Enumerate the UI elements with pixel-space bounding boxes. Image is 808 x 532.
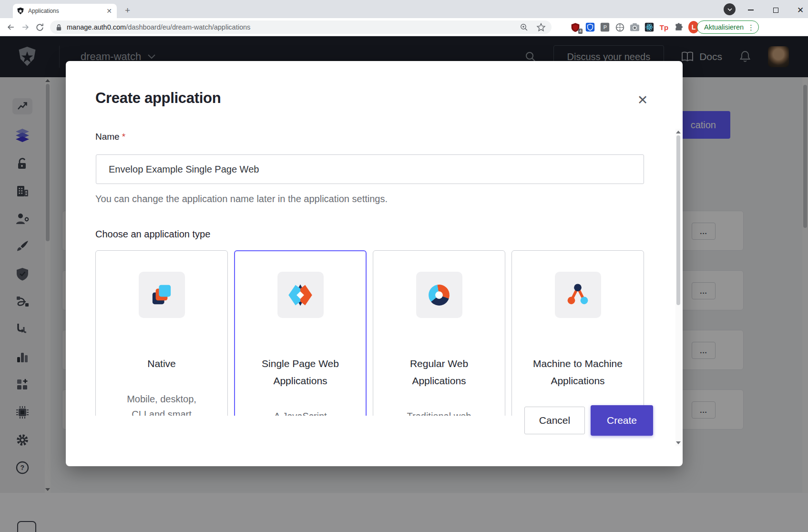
m2m-iconbox: [555, 272, 601, 318]
name-help-text: You can change the application name late…: [95, 194, 388, 205]
screen: Applications ✕ + ✕ manage.auth0.com/dash…: [0, 0, 808, 532]
profile-initial: L: [692, 23, 696, 31]
cancel-button[interactable]: Cancel: [524, 407, 585, 434]
card-native[interactable]: Native Mobile, desktop, CLI and smart: [95, 250, 228, 416]
card-regular-web[interactable]: Regular Web Applications Traditional web: [373, 250, 505, 416]
react-devtools-extension-icon[interactable]: [644, 22, 655, 32]
extensions-puzzle-icon[interactable]: [674, 22, 684, 32]
tp-label: Tp: [660, 23, 668, 31]
zoom-icon[interactable]: [520, 23, 529, 32]
card-title: Machine to Machine Applications: [512, 355, 644, 389]
update-button[interactable]: Aktualisieren ⋮: [697, 20, 759, 34]
new-tab-button[interactable]: +: [125, 6, 130, 15]
browser-tab-strip: Applications ✕ + ✕: [0, 0, 808, 18]
modal-scrollbar[interactable]: [675, 129, 681, 446]
camera-extension-icon[interactable]: [629, 22, 640, 32]
url-path: /dashboard/eu/dream-watch/applications: [126, 23, 250, 31]
card-title: Regular Web Applications: [373, 355, 505, 389]
back-arrow-icon: [6, 22, 16, 32]
name-label: Name*: [95, 132, 125, 142]
modal-close-button[interactable]: ✕: [633, 91, 652, 110]
update-button-label: Aktualisieren: [704, 23, 744, 31]
scroll-up-arrow[interactable]: [676, 131, 681, 133]
modal-title: Create application: [95, 90, 221, 107]
window-minimize-button[interactable]: [744, 4, 758, 16]
url-text: manage.auth0.com/dashboard/eu/dream-watc…: [67, 23, 520, 31]
ublock-badge: 4: [578, 29, 583, 34]
desc-line-2: CLI and smart: [127, 407, 196, 416]
tab-search-button[interactable]: [724, 3, 736, 15]
desc-line-1: Mobile, desktop,: [127, 391, 196, 407]
spa-diamonds-icon: [287, 282, 313, 308]
create-button[interactable]: Create: [591, 405, 653, 436]
address-bar[interactable]: manage.auth0.com/dashboard/eu/dream-watc…: [50, 20, 552, 34]
tab-close-icon[interactable]: ✕: [105, 7, 113, 15]
application-type-label: Choose an application type: [95, 229, 210, 240]
url-domain: manage.auth0.com: [67, 23, 126, 31]
lock-icon: [56, 24, 62, 31]
native-iconbox: [139, 272, 185, 318]
m2m-molecule-icon: [565, 282, 591, 308]
back-button[interactable]: [5, 21, 17, 33]
browser-tab[interactable]: Applications ✕: [13, 4, 117, 18]
application-type-cards-viewport: Native Mobile, desktop, CLI and smart: [95, 250, 644, 416]
window-close-button[interactable]: ✕: [793, 4, 808, 16]
chevron-down-icon: [727, 8, 732, 11]
card-description: Traditional web: [399, 409, 479, 416]
desc-line-1: A JavaScript: [274, 409, 327, 416]
name-label-text: Name: [95, 132, 120, 142]
card-description: Mobile, desktop, CLI and smart: [119, 391, 204, 416]
regular-web-iconbox: [416, 272, 462, 318]
card-description: A JavaScript: [266, 409, 334, 416]
spa-iconbox: [277, 272, 324, 318]
tab-title: Applications: [28, 8, 105, 14]
p-extension-icon[interactable]: P: [600, 22, 610, 32]
bookmark-star-icon[interactable]: [536, 22, 546, 32]
forward-button[interactable]: [19, 21, 31, 33]
forward-arrow-icon: [20, 22, 30, 32]
extensions-row: 4 P Tp L: [570, 20, 699, 34]
scrollbar-thumb[interactable]: [676, 135, 680, 305]
crosshair-extension-icon[interactable]: [614, 22, 625, 32]
reload-icon: [35, 23, 44, 32]
create-application-modal: Create application ✕ Name* You can chang…: [66, 61, 683, 466]
tampermonkey-tp-extension-icon[interactable]: Tp: [659, 22, 669, 32]
desc-line-1: Traditional web: [407, 409, 471, 416]
regular-web-donut-icon: [426, 282, 452, 308]
card-machine-to-machine[interactable]: Machine to Machine Applications: [511, 250, 644, 416]
pill-kebab-icon[interactable]: ⋮: [747, 25, 755, 30]
required-asterisk: *: [122, 132, 125, 142]
application-name-input[interactable]: [96, 154, 644, 184]
svg-text:P: P: [603, 24, 607, 30]
auth0-favicon: [17, 7, 24, 15]
window-maximize-button[interactable]: [768, 4, 783, 16]
bitwarden-extension-icon[interactable]: [585, 22, 595, 32]
reload-button[interactable]: [33, 21, 46, 33]
native-stacked-squares-icon: [149, 282, 174, 308]
card-title: Single Page Web Applications: [235, 355, 366, 389]
scroll-down-arrow[interactable]: [676, 441, 681, 444]
ublock-extension-icon[interactable]: 4: [570, 22, 581, 32]
card-title: Native: [138, 355, 185, 372]
card-single-page-web[interactable]: Single Page Web Applications A JavaScrip…: [234, 250, 367, 416]
